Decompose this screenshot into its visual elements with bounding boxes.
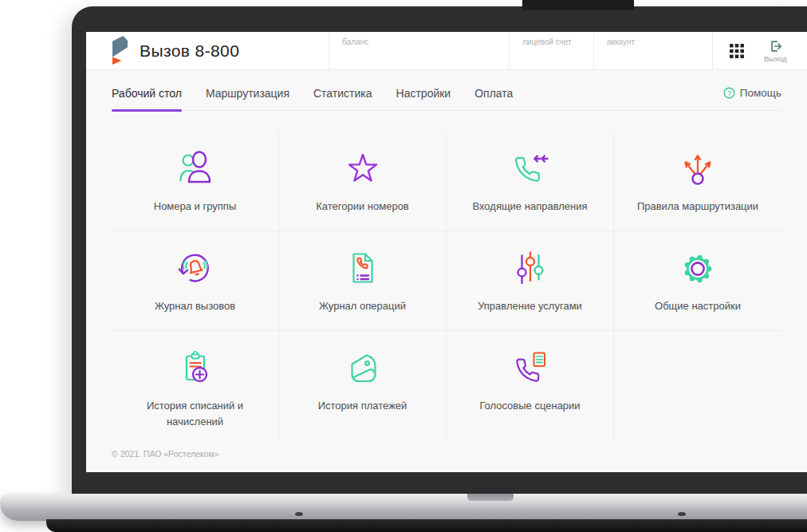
tile-call-log[interactable]: Журнал вызовов [112,231,279,331]
account-number-label: лицевой счет [522,37,572,46]
tile-label: Журнал операций [319,298,406,314]
tile-numbers-and-groups[interactable]: Номера и группы [112,132,279,231]
camera-housing [522,0,634,10]
tab-payment[interactable]: Оплата [474,80,513,110]
balance-field: баланс [329,32,509,69]
tile-label: Правила маршрутизации [637,199,758,215]
tile-service-management[interactable]: Управление услугами [447,231,614,331]
tile-operations-log[interactable]: Журнал операций [279,231,447,331]
tile-label: История платежей [318,398,407,414]
footer-copyright: © 2021. ПАО «Ростелеком» [112,449,781,459]
tile-routing-rules[interactable]: Правила маршрутизации [614,132,781,231]
empty-cell [614,331,781,443]
voice-script-icon [508,345,553,390]
tile-general-settings[interactable]: Общие настройки [614,231,781,331]
app-screen: Вызов 8-800 баланс лицевой счет аккаунт [86,32,807,472]
logout-button[interactable]: Выход [764,39,786,63]
tile-payments-history[interactable]: История платежей [279,331,447,443]
header-actions: Выход [712,32,807,69]
sliders-icon [508,246,553,290]
call-log-icon [173,246,218,290]
grid-icon [729,43,745,59]
laptop-base [0,494,807,521]
star-icon [341,146,385,191]
app-title: Вызов 8-800 [140,41,239,61]
apps-grid-button[interactable] [729,43,745,59]
hinge-notch [467,494,514,501]
tile-label: Голосовые сценарии [479,398,580,414]
logout-label: Выход [764,54,786,63]
routing-arrows-icon [675,146,720,191]
tile-label: Номера и группы [154,199,236,215]
app-header: Вызов 8-800 баланс лицевой счет аккаунт [86,32,807,70]
rostelecom-logo-icon [112,36,128,66]
tile-label: Общие настройки [655,298,741,314]
tile-label: Категории номеров [316,199,409,215]
tiles-grid: Номера и группы Категории номеров [112,132,781,443]
tab-statistics[interactable]: Статистика [313,80,372,110]
tab-settings[interactable]: Настройки [396,80,451,110]
users-icon [173,146,218,191]
tab-bar: Рабочий стол Маршрутизация Статистика На… [112,80,781,111]
rubber-foot [295,512,303,516]
help-label: Помощь [740,87,781,99]
account-number-field: лицевой счет [509,32,593,69]
tile-label: Входящие направления [472,199,587,215]
tile-incoming-directions[interactable]: Входящие направления [447,132,614,231]
account-field: аккаунт [593,32,712,69]
tab-routing[interactable]: Маршрутизация [206,80,289,110]
logout-icon [768,39,783,53]
wallet-icon [341,345,385,390]
tile-charges-history[interactable]: История списаний и начислений [112,331,279,443]
tile-label: Управление услугами [478,298,582,314]
tab-workspace[interactable]: Рабочий стол [112,80,182,110]
charges-history-icon [173,345,218,390]
rubber-foot [678,512,686,516]
help-icon: ? [723,87,735,99]
incoming-call-icon [508,146,553,191]
svg-text:?: ? [727,89,731,97]
tile-number-categories[interactable]: Категории номеров [279,132,447,231]
help-link[interactable]: ? Помощь [723,80,781,109]
tile-label: История списаний и начислений [124,398,266,430]
operations-log-icon [341,246,385,290]
app-logo: Вызов 8-800 [86,32,329,69]
laptop-mockup: Вызов 8-800 баланс лицевой счет аккаунт [0,0,807,532]
tile-voice-scenarios[interactable]: Голосовые сценарии [447,331,614,443]
account-label: аккаунт [607,37,635,46]
gear-icon [675,246,720,290]
laptop-front-edge [46,519,807,532]
balance-label: баланс [342,37,368,46]
tile-label: Журнал вызовов [155,298,235,314]
